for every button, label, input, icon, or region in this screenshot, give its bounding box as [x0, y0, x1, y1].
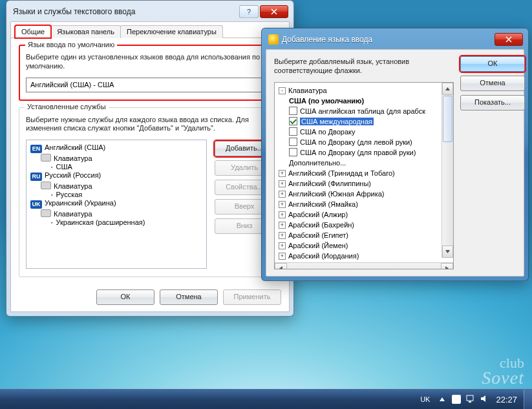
close-button[interactable] [495, 33, 523, 46]
tray-action-center-icon[interactable] [452, 395, 461, 404]
language-collapsed-node[interactable]: +Английский (Ямайка) [279, 199, 451, 209]
scroll-down-icon[interactable] [442, 246, 453, 258]
layout-node[interactable]: Украинская (расширенная) [51, 218, 204, 226]
keyboard-icon [41, 182, 51, 189]
layout-node[interactable]: США [51, 163, 204, 171]
help-button[interactable]: ? [239, 5, 259, 18]
tray-clock[interactable]: 22:27 [496, 395, 517, 404]
scroll-up-icon[interactable] [442, 83, 453, 95]
language-collapsed-node[interactable]: +Арабский (Алжир) [279, 209, 451, 220]
installed-services-group: Установленные службы Выберите нужные слу… [19, 107, 281, 278]
language-node[interactable]: ENАнглийский (США)КлавиатураСША [30, 143, 204, 171]
scroll-right-icon[interactable] [441, 263, 453, 269]
installed-services-legend: Установленные службы [25, 103, 109, 110]
apply-button: Применить [223, 289, 281, 305]
window-icon [268, 34, 279, 45]
checkbox[interactable] [289, 138, 297, 146]
cancel-button[interactable]: Отмена [160, 289, 218, 305]
checkbox[interactable] [289, 117, 297, 125]
language-tree[interactable]: -КлавиатураСША (по умолчанию)США английс… [274, 82, 454, 270]
services-tree[interactable]: ENАнглийский (США)КлавиатураСШАRUРусский… [26, 140, 207, 269]
svg-rect-1 [467, 395, 473, 401]
expand-icon[interactable]: + [279, 180, 286, 187]
layout-node[interactable]: Русская [51, 191, 204, 198]
language-collapsed-node[interactable]: +Английский (Южная Африка) [279, 189, 451, 199]
tray-show-hidden-icon[interactable] [438, 395, 447, 404]
expand-icon[interactable]: + [279, 201, 286, 208]
language-collapsed-node[interactable]: +Английский (Филиппины) [279, 178, 451, 189]
layout-more-node[interactable]: Дополнительно... [289, 158, 451, 168]
cancel-button[interactable]: Отмена [460, 76, 525, 91]
expand-icon[interactable]: + [279, 242, 286, 249]
window-title: Добавление языка ввода [282, 35, 495, 44]
tabs: Общие Языковая панель Переключение клави… [11, 25, 289, 38]
watermark: club Sovet [482, 357, 524, 386]
window-title: Языки и службы текстового ввода [13, 7, 239, 16]
keyboard-root-node[interactable]: -КлавиатураСША (по умолчанию)США английс… [279, 85, 451, 168]
expand-icon[interactable]: + [279, 211, 286, 218]
layout-check-item[interactable]: США по Двораку [289, 127, 451, 137]
expand-icon[interactable]: + [279, 253, 286, 260]
layout-label: США по Двораку [300, 128, 356, 136]
ok-button[interactable]: ОК [460, 56, 525, 72]
language-badge-icon: RU [30, 173, 42, 181]
layout-check-item[interactable]: США международная [289, 116, 451, 127]
layout-check-item[interactable]: США по Двораку (для правой руки) [289, 147, 451, 158]
language-node[interactable]: UKУкраинский (Украина)КлавиатураУкраинск… [30, 199, 204, 226]
scroll-thumb[interactable] [443, 96, 452, 142]
expand-icon[interactable]: + [279, 191, 286, 198]
taskbar: UK 22:27 [0, 389, 532, 409]
tray-language-indicator[interactable]: UK [418, 394, 432, 404]
ok-button[interactable]: ОК [96, 289, 154, 305]
add-input-language-window: Добавление языка ввода Выберите добавляе… [261, 28, 529, 281]
keyboard-icon [41, 154, 51, 162]
titlebar[interactable]: Языки и службы текстового ввода ? [10, 5, 290, 21]
language-badge-icon: UK [30, 200, 42, 209]
checkbox[interactable] [289, 127, 297, 136]
vertical-scrollbar[interactable] [442, 83, 453, 258]
layout-check-item[interactable]: США английская таблица (для арабск [289, 106, 451, 116]
tray-volume-icon[interactable] [480, 395, 488, 404]
language-collapsed-node[interactable]: +Арабский (Бахрейн) [279, 220, 451, 230]
titlebar[interactable]: Добавление языка ввода [266, 32, 524, 49]
default-language-desc: Выберите один из установленных языков вв… [26, 53, 274, 71]
layout-label: США по Двораку (для левой руки) [300, 138, 412, 146]
layout-label: США английская таблица (для арабск [300, 107, 425, 115]
layout-label: США международная [300, 118, 374, 125]
collapse-icon[interactable]: - [279, 87, 286, 94]
language-node[interactable]: RUРусский (Россия)КлавиатураРусская [30, 171, 204, 198]
tab-general[interactable]: Общие [15, 25, 51, 38]
checkbox[interactable] [289, 148, 297, 156]
layout-check-item[interactable]: США по Двораку (для левой руки) [289, 137, 451, 147]
default-language-legend: Язык ввода по умолчанию [25, 41, 117, 48]
system-tray: UK 22:27 [411, 394, 524, 404]
tab-language-bar[interactable]: Языковая панель [50, 25, 121, 38]
horizontal-scrollbar[interactable] [275, 262, 453, 269]
language-collapsed-node[interactable]: +Арабский (Йемен) [279, 240, 451, 251]
keyboard-node[interactable]: КлавиатураУкраинская (расширенная) [41, 209, 204, 226]
tray-network-icon[interactable] [466, 395, 475, 404]
default-language-group: Язык ввода по умолчанию Выберите один из… [19, 45, 281, 101]
scroll-left-icon[interactable] [275, 263, 287, 269]
show-desktop-button[interactable] [524, 390, 532, 409]
layout-default-node[interactable]: США (по умолчанию) [289, 96, 451, 106]
keyboard-icon [41, 209, 51, 217]
checkbox[interactable] [289, 107, 297, 115]
expand-icon[interactable]: + [279, 232, 286, 239]
keyboard-node[interactable]: КлавиатураСША [41, 154, 204, 171]
svg-rect-2 [469, 401, 471, 403]
layout-label: США по Двораку (для правой руки) [300, 149, 416, 156]
expand-icon[interactable]: + [279, 222, 286, 229]
preview-button[interactable]: Показать... [460, 95, 525, 110]
language-badge-icon: EN [30, 145, 42, 153]
tab-keyboard-switch[interactable]: Переключение клавиатуры [120, 25, 223, 38]
close-button[interactable] [260, 5, 288, 18]
svg-text:?: ? [247, 8, 251, 15]
keyboard-node[interactable]: КлавиатураРусская [41, 182, 204, 198]
text-services-window: Языки и службы текстового ввода ? Общие … [6, 0, 294, 317]
language-collapsed-node[interactable]: +Английский (Тринидад и Тобаго) [279, 168, 451, 178]
default-language-combo[interactable]: Английский (США) - США [26, 78, 275, 92]
expand-icon[interactable]: + [279, 170, 286, 177]
language-collapsed-node[interactable]: +Арабский (Египет) [279, 230, 451, 240]
language-collapsed-node[interactable]: +Арабский (Иордания) [279, 251, 451, 261]
